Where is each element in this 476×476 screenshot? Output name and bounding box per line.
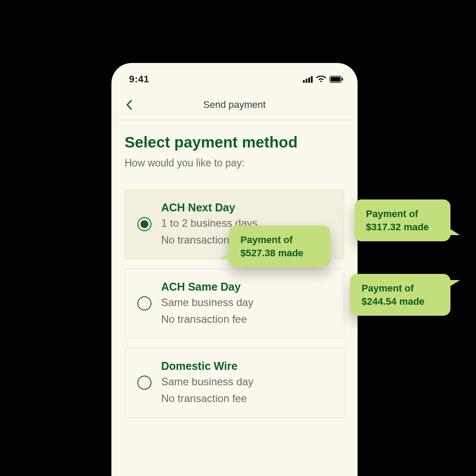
speech-tail-icon (449, 280, 460, 287)
svg-rect-2 (342, 78, 343, 81)
main-content: Select payment method How would you like… (111, 120, 358, 418)
option-title: ACH Next Day (161, 201, 258, 214)
payment-method-list: ACH Next Day 1 to 2 business days No tra… (125, 189, 344, 418)
toast-line: $244.54 made (362, 295, 439, 308)
back-button[interactable] (123, 99, 135, 111)
cellular-signal-icon (303, 76, 313, 83)
option-detail: No transaction fee (161, 312, 253, 327)
nav-title: Send payment (203, 99, 266, 111)
speech-tail-icon (449, 228, 460, 235)
battery-icon (329, 76, 343, 83)
radio-icon (137, 296, 151, 310)
toast-payment-made: Payment of $244.54 made (350, 274, 450, 316)
option-text: ACH Same Day Same business day No transa… (161, 280, 253, 326)
wifi-icon (316, 76, 326, 83)
speech-tail-icon (219, 252, 231, 259)
radio-icon (137, 376, 151, 390)
toast-line: Payment of (362, 282, 439, 295)
option-title: Domestic Wire (161, 360, 253, 373)
svg-rect-1 (331, 77, 340, 81)
toast-line: Payment of (240, 233, 319, 247)
toast-line: Payment of (366, 207, 439, 221)
option-ach-same-day[interactable]: ACH Same Day Same business day No transa… (125, 269, 344, 338)
status-time: 9:41 (129, 74, 149, 85)
toast-payment-made: Payment of $527.38 made (229, 225, 330, 267)
toast-payment-made: Payment of $317.32 made (354, 199, 450, 241)
page-subtitle: How would you like to pay: (125, 157, 344, 169)
option-detail: Same business day (161, 295, 253, 310)
toast-line: $317.32 made (366, 221, 439, 234)
option-title: ACH Same Day (161, 280, 253, 293)
option-domestic-wire[interactable]: Domestic Wire Same business day No trans… (125, 348, 344, 417)
option-detail: Same business day (161, 374, 253, 389)
chevron-left-icon (126, 100, 132, 110)
toast-line: $527.38 made (240, 247, 319, 260)
option-text: Domestic Wire Same business day No trans… (161, 360, 253, 406)
radio-icon (137, 217, 151, 231)
option-detail: No transaction fee (161, 391, 253, 406)
status-bar: 9:41 (111, 63, 358, 89)
phone-screen: 9:41 Send payment Select p (111, 63, 358, 476)
page-title: Select payment method (125, 133, 344, 151)
status-icons (303, 76, 343, 83)
nav-bar: Send payment (111, 89, 358, 120)
